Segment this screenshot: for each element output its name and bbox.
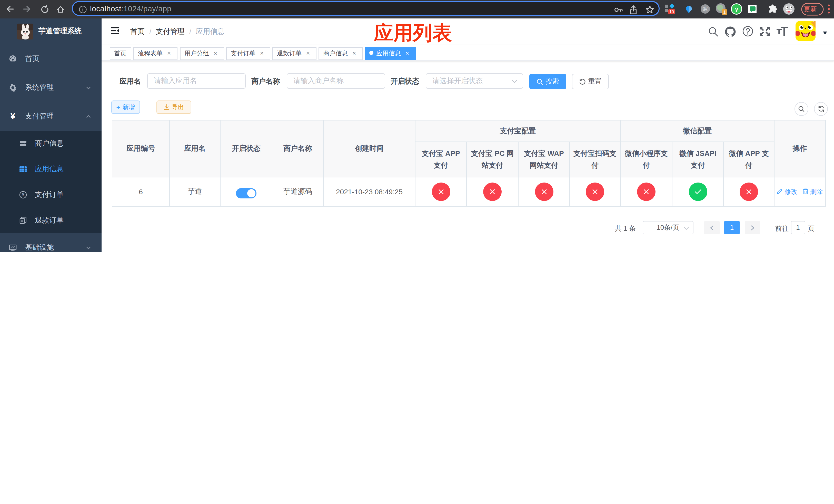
svg-text:10: 10 (670, 10, 674, 14)
svg-text:⌘: ⌘ (702, 6, 708, 12)
svg-text:¥: ¥ (22, 192, 24, 197)
svg-text:更新: 更新 (804, 5, 817, 13)
svg-text:1: 1 (723, 10, 725, 15)
svg-text:y: y (735, 6, 738, 12)
